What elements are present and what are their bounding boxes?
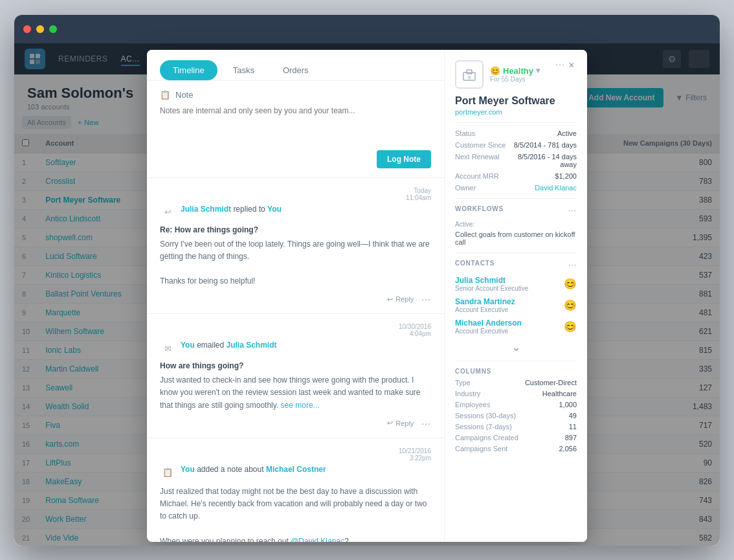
entry-body-2: Just wanted to check-in and see how thin…: [160, 374, 431, 412]
contacts-more-btn[interactable]: ···: [568, 260, 577, 269]
col-value: Customer-Direct: [525, 379, 577, 386]
minimize-window-btn[interactable]: [36, 25, 44, 33]
contact-name[interactable]: Michael Anderson: [455, 319, 522, 328]
email-icon: ✉: [160, 341, 175, 356]
col-label: Sessions (7-days): [455, 423, 512, 431]
contact-role: Account Executive: [455, 328, 522, 335]
actor-you-note[interactable]: You: [181, 465, 195, 474]
entry-subject-1: Re: How are things going?: [160, 225, 431, 234]
column-row: Employees 1,000: [455, 401, 577, 409]
target-julia[interactable]: Julia Schmidt: [226, 341, 276, 350]
contact-item: Julia Schmidt Senior Account Executive 😊: [455, 276, 577, 292]
note-header: 📋 Note: [160, 90, 431, 100]
company-url[interactable]: portmeyer.com: [455, 108, 577, 116]
column-row: Sessions (7-days) 11: [455, 423, 577, 431]
col-value: 897: [565, 434, 577, 442]
col-label: Employees: [455, 401, 490, 409]
col-label: Campaigns Created: [455, 434, 518, 442]
health-sub: For 55 Days: [490, 76, 540, 83]
entry-date-3: 10/21/2016 3:22pm: [399, 447, 431, 462]
contact-info: Michael Anderson Account Executive: [455, 319, 522, 335]
entry-more-btn-2[interactable]: ···: [421, 418, 431, 429]
modal-company-panel: ···: [445, 74, 587, 542]
tab-timeline[interactable]: Timeline: [160, 74, 217, 80]
reply-button-1[interactable]: ↩ Reply: [387, 295, 414, 304]
contact-emoji: 😊: [564, 320, 577, 333]
contact-role: Account Executive: [455, 306, 515, 313]
workflows-more-btn[interactable]: ···: [568, 206, 577, 215]
actor-julia[interactable]: Julia Schmidt: [181, 205, 231, 214]
note-area: 📋 Note Log Note: [147, 81, 444, 178]
workflow-active-label: Active:: [455, 220, 577, 228]
info-owner: Owner David Klanac: [455, 184, 577, 192]
timeline-entry-note: 10/21/2016 3:22pm 📋 You added a note abo…: [147, 438, 444, 542]
see-more-link-2[interactable]: see more...: [281, 401, 320, 410]
tab-orders[interactable]: Orders: [270, 74, 322, 80]
log-note-button[interactable]: Log Note: [377, 150, 431, 168]
contact-info: Sandra Martinez Account Executive: [455, 297, 515, 313]
modal-timeline-panel: Timeline Tasks Orders 📋 Note: [147, 74, 445, 542]
tab-tasks[interactable]: Tasks: [220, 74, 267, 80]
info-customer-since: Customer Since 8/5/2014 - 781 days: [455, 141, 577, 149]
note-icon-entry: 📋: [160, 465, 175, 480]
column-row: Sessions (30-days) 49: [455, 412, 577, 420]
reply-button-2[interactable]: ↩ Reply: [387, 419, 414, 427]
entry-more-btn-1[interactable]: ···: [421, 294, 431, 304]
col-value: 1,000: [559, 401, 577, 409]
timeline-entry-email: 10/30/2016 4:04pm ✉ You emailed: [147, 314, 444, 438]
chevron-icon[interactable]: ▾: [536, 74, 540, 76]
mrr-value: $1,200: [555, 172, 577, 180]
info-mrr: Account MRR $1,200: [455, 172, 577, 180]
maximize-window-btn[interactable]: [49, 25, 57, 33]
app-window: REMINDERS AC... ⚙ Sam Solomon's 103 acco…: [14, 15, 720, 546]
reply-icon: ↩: [160, 205, 175, 220]
modal-overlay: × Timeline Tasks Orders 📋: [14, 74, 720, 546]
entry-footer-1: ↩ Reply ···: [160, 294, 431, 304]
entry-body-1: Sorry I've been out of the loop lately. …: [160, 238, 431, 288]
entry-meta-3: You added a note about Michael Costner: [181, 464, 326, 475]
column-row: Campaigns Created 897: [455, 434, 577, 442]
col-value: 2,056: [559, 445, 577, 453]
owner-value[interactable]: David Klanac: [535, 184, 577, 192]
entry-date-2: 10/30/2016 4:04pm: [399, 323, 431, 337]
note-input[interactable]: [160, 105, 431, 144]
entry-date-1: Today 11:04am: [406, 187, 431, 201]
contact-item: Michael Anderson Account Executive 😊: [455, 319, 577, 335]
col-value: 11: [569, 423, 577, 431]
svg-rect-6: [468, 76, 471, 79]
entry-footer-2: ↩ Reply ···: [160, 418, 431, 429]
contact-name[interactable]: Julia Schmidt: [455, 276, 528, 285]
columns-list: Type Customer-Direct Industry Healthcare…: [455, 379, 577, 453]
entry-meta-1: Julia Schmidt replied to You: [181, 204, 282, 215]
contact-item: Sandra Martinez Account Executive 😊: [455, 297, 577, 313]
contact-info: Julia Schmidt Senior Account Executive: [455, 276, 528, 292]
columns-title: COLUMNS: [455, 368, 577, 375]
modal-tabs: Timeline Tasks Orders: [147, 74, 444, 81]
mention-link[interactable]: @David Klanac: [291, 537, 344, 542]
contact-role: Senior Account Executive: [455, 285, 528, 292]
account-detail-modal: × Timeline Tasks Orders 📋: [147, 74, 587, 542]
col-value: Healthcare: [542, 390, 577, 398]
column-row: Industry Healthcare: [455, 390, 577, 398]
contact-emoji: 😊: [564, 299, 577, 311]
company-logo: [455, 74, 484, 89]
entry-subject-2: How are things going?: [160, 361, 431, 370]
workflows-title: WORKFLOWS: [455, 205, 504, 212]
actor-you[interactable]: You: [181, 341, 195, 350]
customer-since-value: 8/5/2014 - 781 days: [514, 141, 577, 149]
entry-body-3: Just realized that today might not be th…: [160, 486, 431, 542]
info-status: Status Active: [455, 129, 577, 137]
contact-emoji: 😊: [564, 278, 577, 290]
target-michael[interactable]: Michael Costner: [266, 465, 326, 474]
timeline-entry-reply: Today 11:04am ↩ Julia Schmidt replied to: [147, 178, 444, 315]
reply-icon-2: ↩: [387, 419, 393, 427]
column-row: Campaigns Sent 2,056: [455, 445, 577, 453]
close-window-btn[interactable]: [23, 25, 31, 33]
contacts-title: CONTACTS: [455, 260, 495, 267]
content-area: Sam Solomon's 103 accounts Add New Accou…: [14, 74, 720, 546]
contact-name[interactable]: Sandra Martinez: [455, 297, 515, 306]
entry-meta-2: You emailed Julia Schmidt: [181, 340, 277, 351]
show-more-contacts-btn[interactable]: ⌄: [455, 340, 577, 354]
col-label: Campaigns Sent: [455, 445, 507, 453]
target-you[interactable]: You: [267, 205, 282, 214]
